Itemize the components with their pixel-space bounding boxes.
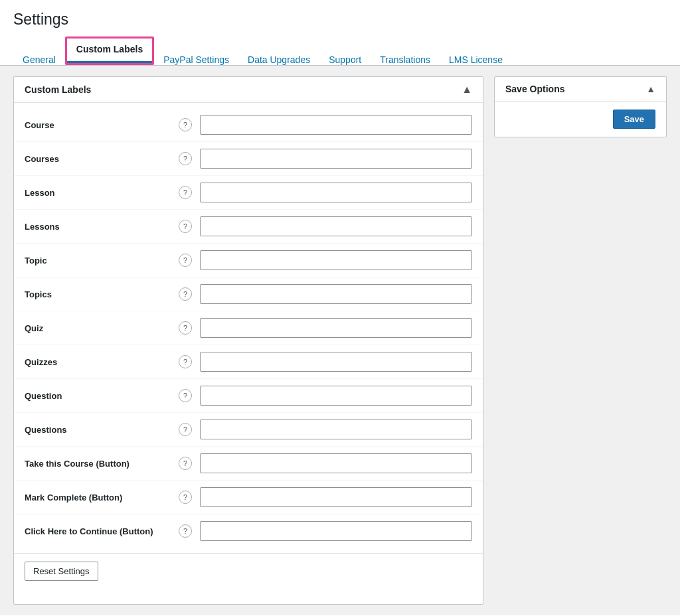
- field-label-lessons: Lessons: [25, 222, 171, 232]
- tab-general-link[interactable]: General: [13, 49, 65, 74]
- form-row-topic: Topic ?: [14, 244, 483, 277]
- field-label-lesson: Lesson: [25, 188, 171, 198]
- field-input-lessons[interactable]: [200, 216, 472, 236]
- field-label-take-this-course: Take this Course (Button): [25, 459, 171, 469]
- tab-translations-link[interactable]: Translations: [371, 49, 440, 74]
- help-icon-topics[interactable]: ?: [179, 287, 192, 301]
- field-input-quizzes[interactable]: [200, 352, 472, 372]
- field-label-question: Question: [25, 391, 171, 401]
- tab-data-upgrades-link[interactable]: Data Upgrades: [238, 49, 319, 74]
- form-row-click-here: Click Here to Continue (Button) ?: [14, 514, 483, 548]
- form-row-course: Course ?: [14, 108, 483, 142]
- panel-toggle-icon[interactable]: ▲: [462, 84, 472, 96]
- panel-header: Custom Labels ▲: [14, 77, 483, 103]
- page-header: Settings General Custom Labels PayPal Se…: [0, 0, 680, 66]
- tab-paypal-settings[interactable]: PayPal Settings: [154, 54, 238, 65]
- form-row-mark-complete: Mark Complete (Button) ?: [14, 481, 483, 514]
- field-input-quiz[interactable]: [200, 318, 472, 338]
- tab-lms-license-link[interactable]: LMS License: [440, 49, 512, 74]
- field-input-course[interactable]: [200, 115, 472, 135]
- form-row-quizzes: Quizzes ?: [14, 345, 483, 379]
- save-options-panel: Save Options ▲ Save: [494, 76, 667, 137]
- save-options-header: Save Options ▲: [495, 77, 666, 102]
- save-options-body: Save: [495, 102, 666, 137]
- help-icon-questions[interactable]: ?: [179, 423, 192, 436]
- help-icon-quizzes[interactable]: ?: [179, 355, 192, 368]
- tab-general[interactable]: General: [13, 54, 65, 65]
- field-input-topic[interactable]: [200, 250, 472, 270]
- help-icon-lesson[interactable]: ?: [179, 186, 192, 199]
- help-icon-lessons[interactable]: ?: [179, 220, 192, 233]
- field-label-course: Course: [25, 120, 171, 130]
- help-icon-click-here[interactable]: ?: [179, 524, 192, 538]
- tab-paypal-settings-link[interactable]: PayPal Settings: [154, 49, 238, 74]
- field-input-question[interactable]: [200, 386, 472, 406]
- save-options-title: Save Options: [505, 84, 564, 94]
- field-label-quiz: Quiz: [25, 323, 171, 333]
- field-label-click-here: Click Here to Continue (Button): [25, 526, 171, 536]
- help-icon-question[interactable]: ?: [179, 389, 192, 402]
- sidebar-panel: Save Options ▲ Save: [494, 76, 667, 605]
- content-area: Custom Labels ▲ Course ? Courses ? Lesso…: [0, 66, 680, 615]
- field-input-lesson[interactable]: [200, 183, 472, 202]
- tab-custom-labels-wrapper: Custom Labels: [65, 37, 154, 65]
- form-row-quiz: Quiz ?: [14, 311, 483, 345]
- field-label-quizzes: Quizzes: [25, 357, 171, 367]
- page-title: Settings: [13, 11, 667, 29]
- field-label-topic: Topic: [25, 256, 171, 266]
- field-input-mark-complete[interactable]: [200, 487, 472, 507]
- form-row-lessons: Lessons ?: [14, 210, 483, 244]
- field-input-click-here[interactable]: [200, 521, 472, 541]
- form-row-lesson: Lesson ?: [14, 176, 483, 210]
- form-table: Course ? Courses ? Lesson ? Lessons ?: [14, 103, 483, 553]
- tab-custom-labels-link[interactable]: Custom Labels: [67, 38, 152, 60]
- field-label-courses: Courses: [25, 154, 171, 164]
- field-input-questions[interactable]: [200, 420, 472, 439]
- form-row-take-this-course: Take this Course (Button) ?: [14, 447, 483, 481]
- help-icon-courses[interactable]: ?: [179, 152, 192, 165]
- form-row-questions: Questions ?: [14, 413, 483, 447]
- help-icon-quiz[interactable]: ?: [179, 321, 192, 335]
- reset-settings-button[interactable]: Reset Settings: [25, 562, 98, 581]
- main-panel: Custom Labels ▲ Course ? Courses ? Lesso…: [13, 76, 483, 605]
- tab-active-underline: [67, 61, 152, 63]
- field-label-questions: Questions: [25, 425, 171, 435]
- tab-custom-labels-box: Custom Labels: [65, 37, 154, 65]
- field-input-topics[interactable]: [200, 284, 472, 304]
- panel-title: Custom Labels: [25, 84, 91, 95]
- field-label-topics: Topics: [25, 289, 171, 299]
- panel-footer: Reset Settings: [14, 553, 483, 589]
- field-input-take-this-course[interactable]: [200, 453, 472, 473]
- field-label-mark-complete: Mark Complete (Button): [25, 493, 171, 502]
- help-icon-topic[interactable]: ?: [179, 254, 192, 267]
- form-row-topics: Topics ?: [14, 277, 483, 311]
- tab-translations[interactable]: Translations: [371, 54, 440, 65]
- help-icon-course[interactable]: ?: [179, 118, 192, 131]
- tab-lms-license[interactable]: LMS License: [440, 54, 512, 65]
- tab-support[interactable]: Support: [319, 54, 371, 65]
- tab-data-upgrades[interactable]: Data Upgrades: [238, 54, 319, 65]
- help-icon-take-this-course[interactable]: ?: [179, 457, 192, 470]
- help-icon-mark-complete[interactable]: ?: [179, 491, 192, 504]
- nav-tabs: General Custom Labels PayPal Settings Da…: [13, 37, 667, 65]
- field-input-courses[interactable]: [200, 149, 472, 169]
- form-row-question: Question ?: [14, 379, 483, 413]
- save-button[interactable]: Save: [613, 110, 655, 129]
- tab-support-link[interactable]: Support: [319, 49, 371, 74]
- form-row-courses: Courses ?: [14, 142, 483, 176]
- nav-tab-list: General Custom Labels PayPal Settings Da…: [13, 37, 667, 65]
- save-options-toggle-icon[interactable]: ▲: [646, 84, 655, 94]
- page-wrapper: Settings General Custom Labels PayPal Se…: [0, 0, 680, 616]
